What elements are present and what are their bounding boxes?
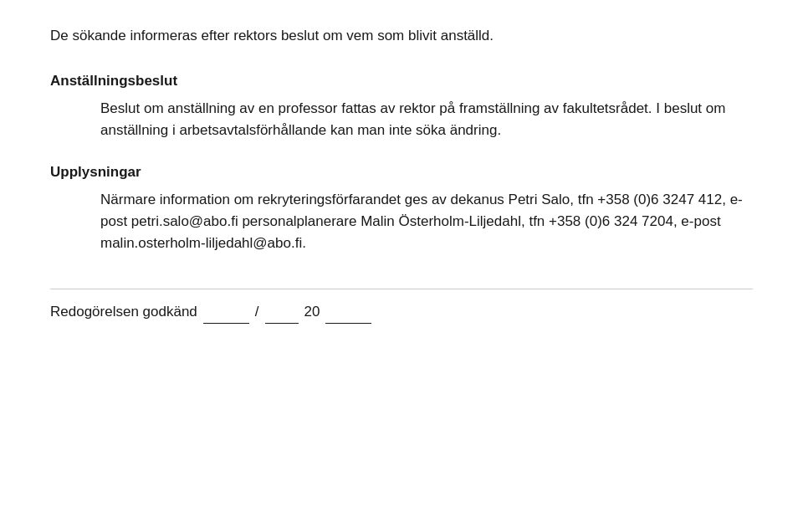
footer-section: Redogörelsen godkänd / 20 [50, 289, 753, 324]
upplysningar-body: Närmare information om rekryteringsförfa… [100, 189, 753, 255]
date-blank-year [325, 301, 371, 324]
intro-paragraph: De sökande informeras efter rektors besl… [50, 25, 753, 47]
date-blank-day [203, 301, 249, 324]
upplysningar-heading: Upplysningar [50, 161, 753, 183]
anstallningsbeslut-section: Anställningsbeslut Beslut om anställning… [50, 70, 753, 141]
anstallningsbeslut-body: Beslut om anställning av en professor fa… [100, 98, 753, 142]
redogorelsen-line: Redogörelsen godkänd / 20 [50, 301, 753, 324]
date-blank-month [265, 301, 299, 324]
anstallningsbeslut-heading: Anställningsbeslut [50, 70, 753, 92]
separator: / [255, 301, 259, 323]
upplysningar-section: Upplysningar Närmare information om rekr… [50, 161, 753, 254]
redogorelsen-label: Redogörelsen godkänd [50, 301, 197, 323]
year-prefix: 20 [304, 301, 320, 323]
